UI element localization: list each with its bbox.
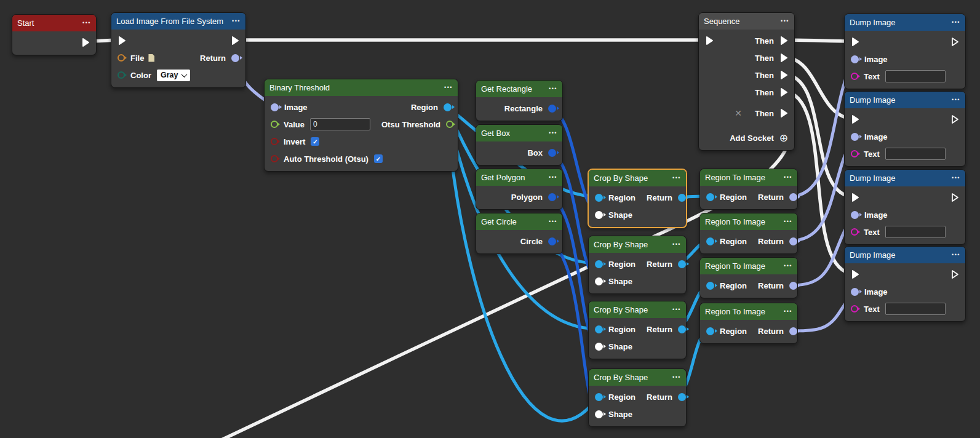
exec-in-pin[interactable] (851, 114, 859, 124)
node-dump-image-3[interactable]: Dump Image ••• Image Text (844, 169, 966, 245)
node-dump-image-2[interactable]: Dump Image ••• Image Text (844, 91, 966, 167)
node-sequence[interactable]: Sequence ••• Then Then Then Then ✕ Then (698, 12, 795, 151)
node-load-image[interactable]: Load Image From File System ••• File Ret… (111, 12, 246, 88)
menu-icon[interactable]: ••• (549, 86, 557, 92)
region-input-socket[interactable] (595, 194, 603, 202)
region-input-socket[interactable] (706, 282, 714, 290)
node-header[interactable]: Get Circle ••• (476, 213, 562, 230)
node-header[interactable]: Get Rectangle ••• (476, 81, 562, 97)
menu-icon[interactable]: ••• (952, 252, 960, 258)
menu-icon[interactable]: ••• (672, 242, 681, 247)
menu-icon[interactable]: ••• (952, 175, 960, 181)
image-input-socket[interactable] (851, 55, 859, 63)
menu-icon[interactable]: ••• (781, 18, 789, 24)
menu-icon[interactable]: ••• (784, 219, 792, 225)
remove-socket-icon[interactable]: ✕ (735, 109, 742, 117)
exec-out-pin[interactable] (779, 53, 788, 63)
return-output-socket[interactable] (231, 54, 239, 62)
text-input-socket[interactable] (851, 150, 858, 157)
node-header[interactable]: Crop By Shape ••• (589, 369, 686, 386)
add-socket-icon[interactable]: ⊕ (779, 133, 788, 143)
menu-icon[interactable]: ••• (82, 20, 91, 26)
node-header[interactable]: Dump Image ••• (845, 170, 965, 186)
return-output-socket[interactable] (789, 327, 797, 335)
node-region-to-image-1[interactable]: Region To Image ••• Region Return (699, 169, 798, 210)
exec-out-pin[interactable] (950, 193, 959, 202)
exec-out-pin[interactable] (779, 36, 788, 46)
exec-in-pin[interactable] (851, 193, 859, 202)
invert-input-socket[interactable] (271, 138, 278, 145)
node-binary-threshold[interactable]: Binary Threshold ••• Image Region Value … (264, 79, 458, 172)
region-input-socket[interactable] (706, 237, 714, 245)
node-header[interactable]: Get Box ••• (476, 125, 562, 141)
node-header[interactable]: Crop By Shape ••• (589, 170, 686, 186)
rectangle-output-socket[interactable] (548, 105, 556, 113)
node-header[interactable]: Region To Image ••• (700, 213, 797, 230)
file-input-socket[interactable] (118, 54, 125, 62)
menu-icon[interactable]: ••• (549, 130, 557, 136)
node-region-to-image-4[interactable]: Region To Image ••• Region Return (699, 303, 798, 344)
return-output-socket[interactable] (678, 325, 686, 333)
polygon-output-socket[interactable] (548, 193, 556, 201)
menu-icon[interactable]: ••• (784, 309, 792, 314)
node-crop-by-shape-4[interactable]: Crop By Shape ••• Region Return Shape (588, 368, 687, 427)
text-input-socket[interactable] (851, 73, 858, 80)
exec-in-pin[interactable] (705, 36, 714, 46)
menu-icon[interactable]: ••• (549, 175, 557, 180)
menu-icon[interactable]: ••• (672, 375, 681, 380)
image-input-socket[interactable] (271, 103, 279, 111)
return-output-socket[interactable] (789, 282, 797, 290)
menu-icon[interactable]: ••• (784, 263, 792, 269)
region-output-socket[interactable] (444, 103, 452, 111)
text-input-socket[interactable] (851, 228, 858, 236)
box-output-socket[interactable] (548, 149, 556, 157)
node-header[interactable]: Dump Image ••• (845, 14, 965, 31)
shape-input-socket[interactable] (595, 277, 603, 285)
node-header[interactable]: Region To Image ••• (700, 258, 797, 274)
node-crop-by-shape-1[interactable]: Crop By Shape ••• Region Return Shape (588, 169, 687, 228)
node-header[interactable]: Get Polygon ••• (476, 169, 562, 186)
node-header[interactable]: Dump Image ••• (845, 92, 965, 108)
menu-icon[interactable]: ••• (784, 175, 792, 180)
menu-icon[interactable]: ••• (672, 307, 681, 313)
node-header[interactable]: Crop By Shape ••• (589, 236, 686, 253)
node-dump-image-4[interactable]: Dump Image ••• Image Text (844, 246, 966, 322)
return-output-socket[interactable] (789, 237, 797, 245)
auto-threshold-checkbox[interactable]: ✓ (374, 154, 383, 163)
node-crop-by-shape-2[interactable]: Crop By Shape ••• Region Return Shape (588, 236, 687, 294)
region-input-socket[interactable] (706, 193, 714, 201)
return-output-socket[interactable] (789, 193, 797, 201)
node-editor-canvas[interactable]: Start ••• Load Image From File System ••… (0, 0, 980, 438)
node-header[interactable]: Dump Image ••• (845, 247, 965, 263)
shape-input-socket[interactable] (595, 343, 603, 351)
text-input-socket[interactable] (851, 305, 858, 313)
exec-out-pin[interactable] (231, 36, 239, 46)
exec-in-pin[interactable] (851, 37, 859, 47)
region-input-socket[interactable] (595, 260, 603, 268)
circle-output-socket[interactable] (548, 237, 556, 245)
text-field[interactable] (885, 226, 946, 238)
exec-out-pin[interactable] (779, 87, 788, 97)
node-header[interactable]: Binary Threshold ••• (265, 79, 458, 96)
value-field[interactable] (310, 118, 370, 130)
node-dump-image-1[interactable]: Dump Image ••• Image Text (844, 14, 966, 89)
return-output-socket[interactable] (678, 260, 686, 268)
node-get-box[interactable]: Get Box ••• Box (476, 124, 563, 165)
exec-out-pin[interactable] (779, 108, 788, 118)
exec-out-pin[interactable] (779, 70, 788, 80)
auto-threshold-input-socket[interactable] (271, 155, 278, 162)
text-field[interactable] (885, 303, 946, 315)
node-header[interactable]: Load Image From File System ••• (111, 13, 245, 30)
node-crop-by-shape-3[interactable]: Crop By Shape ••• Region Return Shape (588, 301, 687, 359)
node-get-circle[interactable]: Get Circle ••• Circle (476, 213, 563, 254)
exec-out-pin[interactable] (950, 37, 959, 47)
menu-icon[interactable]: ••• (952, 97, 960, 103)
exec-out-pin[interactable] (81, 38, 90, 47)
node-header[interactable]: Crop By Shape ••• (589, 301, 686, 318)
return-output-socket[interactable] (678, 194, 686, 202)
node-header[interactable]: Start ••• (12, 15, 96, 31)
node-region-to-image-2[interactable]: Region To Image ••• Region Return (699, 213, 798, 254)
exec-in-pin[interactable] (851, 269, 859, 279)
invert-checkbox[interactable]: ✓ (311, 137, 319, 146)
exec-in-pin[interactable] (118, 36, 126, 46)
